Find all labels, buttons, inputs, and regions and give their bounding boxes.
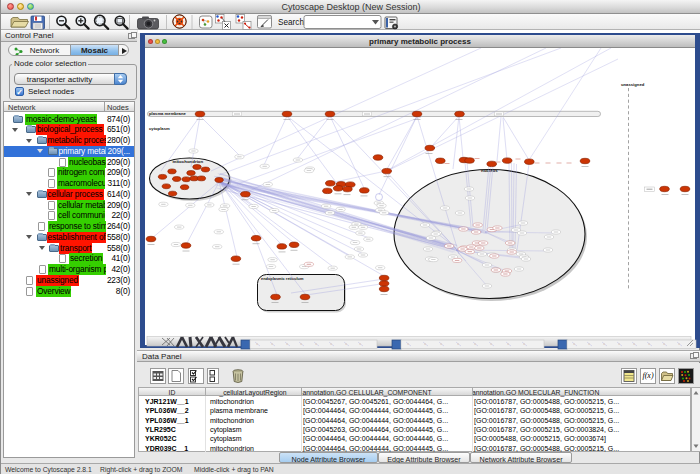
- svg-text:mitochondrion: mitochondrion: [173, 159, 204, 164]
- svg-text:Search:: Search:: [278, 18, 306, 27]
- svg-text:endoplasmic reticulum: endoplasmic reticulum: [261, 276, 304, 281]
- svg-text:unassigned: unassigned: [621, 82, 645, 87]
- svg-text:nucleus: nucleus: [481, 168, 498, 173]
- svg-text:cytoplasm: cytoplasm: [149, 126, 170, 131]
- svg-text:plasma membrane: plasma membrane: [149, 111, 186, 116]
